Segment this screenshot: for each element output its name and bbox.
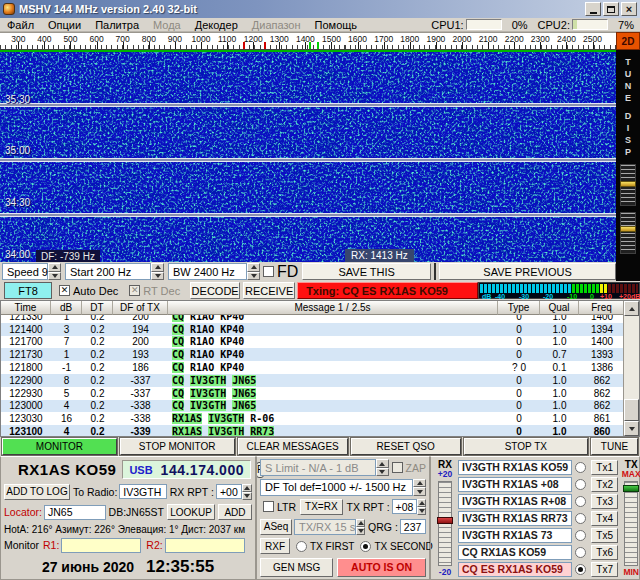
table-row-121800[interactable]: 121800-10.2186CQ R1AO KP40? 00.11386 xyxy=(1,361,639,374)
button-stop-tx[interactable]: STOP TX xyxy=(464,438,588,455)
up-arrow-icon[interactable] xyxy=(151,263,164,272)
qrg-input[interactable]: 237 xyxy=(400,519,426,534)
gain-slider-handle[interactable] xyxy=(620,181,636,187)
down-arrow-icon[interactable] xyxy=(417,507,426,515)
aseq-button[interactable]: ASeq xyxy=(260,519,292,535)
start-freq-spinner[interactable] xyxy=(151,263,164,280)
add-button[interactable]: ADD xyxy=(218,504,252,520)
table-row-121700[interactable]: 12170070.2200CQ R1AO KP4001.01400 xyxy=(1,336,639,349)
up-arrow-icon[interactable] xyxy=(413,479,426,488)
to-radio-input[interactable]: IV3GTH xyxy=(119,484,166,499)
column-header-message-1-2-5s[interactable]: Message 1 / 2.5s xyxy=(168,301,498,315)
table-row-121400[interactable]: 12140030.2194CQ R1AO KP4001.01394 xyxy=(1,323,639,336)
button-clear-messages[interactable]: CLEAR MESSAGES xyxy=(238,438,348,455)
rx-rpt-input[interactable]: +00 xyxy=(216,484,242,499)
table-scrollbar[interactable] xyxy=(623,301,639,436)
tx-rpt-spinner[interactable] xyxy=(417,499,426,515)
monitor-r1-input[interactable] xyxy=(61,538,141,553)
auto-toggle-button[interactable]: AUTO IS ON xyxy=(337,558,426,577)
down-arrow-icon[interactable] xyxy=(151,272,164,281)
tx-select-radio-tx7[interactable] xyxy=(575,564,586,575)
down-arrow-icon[interactable] xyxy=(413,487,426,496)
gen-msg-button[interactable]: GEN MSG xyxy=(260,558,333,577)
tx-message-field-tx2[interactable]: IV3GTH RX1AS +08 xyxy=(458,477,572,492)
tx-select-radio-tx6[interactable] xyxy=(575,547,586,558)
up-arrow-icon[interactable] xyxy=(242,484,252,492)
tx-message-field-tx4[interactable]: IV3GTH RX1AS RR73 xyxy=(458,511,572,526)
button-stop-monitor[interactable]: STOP MONITOR xyxy=(120,438,235,455)
tx-first-radio[interactable] xyxy=(296,541,307,552)
tx-select-radio-tx2[interactable] xyxy=(575,479,586,490)
scroll-down-icon[interactable] xyxy=(624,421,639,436)
down-arrow-icon[interactable] xyxy=(242,492,252,500)
speed-select[interactable]: Speed 9 xyxy=(2,263,48,280)
frequency-scale[interactable]: 3004005006007008009001000110012001300140… xyxy=(0,32,616,50)
title-bar[interactable]: MSHV 144 MHz version 2.40 32-bit × xyxy=(0,0,640,18)
tx-select-radio-tx3[interactable] xyxy=(575,496,586,507)
menu-item-file[interactable]: Файл xyxy=(0,19,41,31)
tx-message-field-tx6[interactable]: CQ RX1AS KO59 xyxy=(458,545,572,560)
column-header-df-of-tx[interactable]: DF of TX xyxy=(113,301,168,315)
locator-input[interactable]: JN65 xyxy=(44,505,106,520)
df-tolerance-spinner[interactable] xyxy=(413,479,426,496)
df-tolerance-select[interactable]: DF Tol def=1000 +/- 1500 Hz xyxy=(260,479,413,496)
tx-power-handle[interactable] xyxy=(623,485,639,492)
mode-ft8-button[interactable]: FT8 xyxy=(4,282,52,299)
add-to-log-button[interactable]: ADD TO LOG xyxy=(4,484,70,500)
table-row-121730[interactable]: 12173010.2193CQ R1AO KP4000.71393 xyxy=(1,348,639,361)
table-row-121330[interactable]: 12133010.2200CQ R1AO KP4001.01400 xyxy=(1,315,639,323)
button-tx1[interactable]: Tx1 xyxy=(591,460,618,475)
button-tx6[interactable]: Tx6 xyxy=(591,545,618,560)
monitor-r2-input[interactable] xyxy=(165,538,245,553)
save-this-button[interactable]: SAVE THIS xyxy=(302,263,431,280)
2d-view-button[interactable]: 2D xyxy=(616,32,640,50)
zero-slider[interactable] xyxy=(620,212,636,254)
tx-message-field-tx3[interactable]: IV3GTH RX1AS R+08 xyxy=(458,494,572,509)
column-header-time[interactable]: Time xyxy=(1,301,51,315)
close-button[interactable]: × xyxy=(621,2,637,16)
column-header-db[interactable]: dB xyxy=(51,301,82,315)
up-arrow-icon[interactable] xyxy=(247,263,260,272)
fd-checkbox[interactable] xyxy=(263,266,274,277)
table-row-122900[interactable]: 12290080.2-337CQ IV3GTH JN6501.0862 xyxy=(1,374,639,387)
tx-message-field-tx5[interactable]: IV3GTH RX1AS 73 xyxy=(458,528,572,543)
save-previous-button[interactable]: SAVE PREVIOUS xyxy=(439,263,616,280)
receive-button[interactable]: RECEIVE xyxy=(243,282,295,299)
table-row-123000[interactable]: 12300040.2-338CQ IV3GTH JN6501.0862 xyxy=(1,400,639,413)
tx-select-radio-tx1[interactable] xyxy=(575,462,586,473)
menu-item-decoder[interactable]: Декодер xyxy=(188,19,245,31)
bandwidth-spinner[interactable] xyxy=(247,263,260,280)
decode-button[interactable]: DECODE xyxy=(190,282,240,299)
scroll-up-icon[interactable] xyxy=(624,301,639,316)
menu-item-help[interactable]: Помощь xyxy=(308,19,365,31)
button-reset-qso[interactable]: RESET QSO xyxy=(351,438,461,455)
button-tx4[interactable]: Tx4 xyxy=(591,511,618,526)
tx-select-radio-tx5[interactable] xyxy=(575,530,586,541)
table-row-123030[interactable]: 123030160.2-338RX1AS IV3GTH R-0601.0861 xyxy=(1,412,639,425)
down-arrow-icon[interactable] xyxy=(247,272,260,281)
tx-select-radio-tx4[interactable] xyxy=(575,513,586,524)
menu-item-options[interactable]: Опции xyxy=(41,19,88,31)
button-tx5[interactable]: Tx5 xyxy=(591,528,618,543)
tx-second-radio[interactable] xyxy=(360,541,371,552)
tx-message-field-tx1[interactable]: IV3GTH RX1AS KO59 xyxy=(458,460,572,475)
button-tune[interactable]: TUNE xyxy=(591,438,638,455)
auto-dec-checkbox[interactable] xyxy=(59,285,70,296)
tx-message-field-tx7[interactable]: CQ ES RX1AS KO59 xyxy=(458,562,572,577)
speed-spinner[interactable] xyxy=(48,263,61,280)
bandwidth-select[interactable]: BW 2400 Hz xyxy=(168,263,247,280)
rx-gain-handle[interactable] xyxy=(437,517,453,524)
table-row-122930[interactable]: 12293050.2-337CQ IV3GTH JN6501.0862 xyxy=(1,387,639,400)
rx-gain-slider[interactable] xyxy=(438,481,452,566)
button-tx3[interactable]: Tx3 xyxy=(591,494,618,509)
up-arrow-icon[interactable] xyxy=(48,263,61,272)
maximize-button[interactable] xyxy=(603,2,619,16)
waterfall-display[interactable]: DF: -739 Hz RX: 1413 Hz 35:3035:0034:303… xyxy=(0,50,616,262)
table-row-123100[interactable]: 12310040.2-339RX1AS IV3GTH RR7301.0860 xyxy=(1,425,639,436)
down-arrow-icon[interactable] xyxy=(48,272,61,281)
rxf-button[interactable]: RXF xyxy=(260,538,290,554)
start-freq-select[interactable]: Start 200 Hz xyxy=(65,263,151,280)
column-header-qual[interactable]: Qual xyxy=(540,301,579,315)
button-tx7[interactable]: Tx7 xyxy=(591,562,618,577)
up-arrow-icon[interactable] xyxy=(417,499,426,507)
